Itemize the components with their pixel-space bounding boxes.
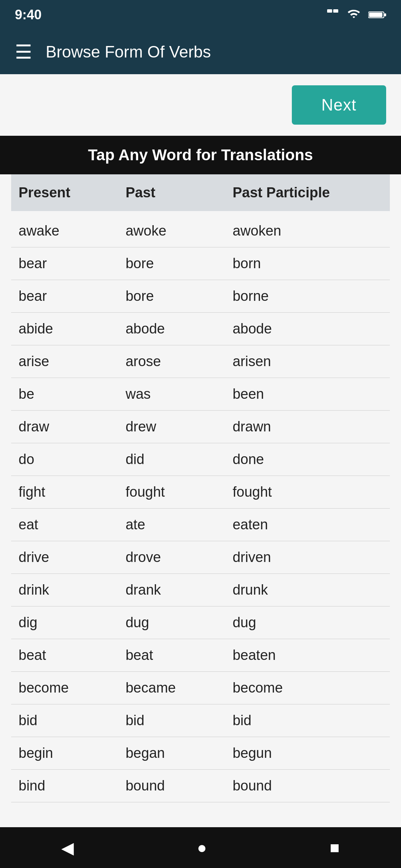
battery-icon (368, 9, 386, 20)
verb-present[interactable]: fight (19, 484, 125, 500)
verb-past-participle[interactable]: beaten (232, 647, 382, 663)
verb-past-participle[interactable]: bound (232, 778, 382, 794)
verb-past-participle[interactable]: borne (232, 288, 382, 304)
verb-present[interactable]: bind (19, 778, 125, 794)
table-row[interactable]: drivedrovedriven (11, 541, 390, 574)
verb-past[interactable]: fought (125, 484, 232, 500)
col-past: Past (125, 185, 232, 201)
svg-rect-0 (327, 9, 332, 13)
verb-past-participle[interactable]: drawn (232, 419, 382, 435)
verb-past-participle[interactable]: born (232, 256, 382, 272)
status-bar: 9:40 (0, 0, 401, 30)
table-row[interactable]: digdugdug (11, 606, 390, 639)
verb-past-participle[interactable]: bid (232, 713, 382, 729)
verb-past[interactable]: drew (125, 419, 232, 435)
verb-past[interactable]: drove (125, 549, 232, 565)
table-row[interactable]: drawdrewdrawn (11, 411, 390, 443)
verb-past-participle[interactable]: become (232, 680, 382, 696)
verb-past[interactable]: became (125, 680, 232, 696)
recent-button[interactable]: ■ (330, 838, 340, 857)
verb-past-participle[interactable]: awoken (232, 223, 382, 239)
verb-present[interactable]: begin (19, 745, 125, 761)
bottom-nav: ◀ ● ■ (0, 827, 401, 868)
app-bar: ☰ Browse Form Of Verbs (0, 30, 401, 74)
verb-present[interactable]: awake (19, 223, 125, 239)
svg-rect-1 (333, 9, 339, 13)
verb-present[interactable]: beat (19, 647, 125, 663)
verb-present[interactable]: bear (19, 256, 125, 272)
verb-past[interactable]: bound (125, 778, 232, 794)
verb-present[interactable]: become (19, 680, 125, 696)
table-row[interactable]: awakeawokeawoken (11, 215, 390, 247)
verb-present[interactable]: bear (19, 288, 125, 304)
verb-past[interactable]: bore (125, 288, 232, 304)
verb-past[interactable]: abode (125, 321, 232, 337)
verb-past[interactable]: was (125, 386, 232, 402)
verb-past[interactable]: drank (125, 582, 232, 598)
verb-present[interactable]: arise (19, 354, 125, 369)
verb-table-container: Present Past Past Participle awakeawokea… (0, 174, 401, 827)
svg-rect-3 (369, 13, 382, 17)
status-time: 9:40 (15, 7, 42, 23)
verb-past-participle[interactable]: abode (232, 321, 382, 337)
verb-present[interactable]: draw (19, 419, 125, 435)
verb-past-participle[interactable]: done (232, 451, 382, 467)
next-button-row: Next (0, 74, 401, 136)
verb-past[interactable]: bid (125, 713, 232, 729)
verb-past-participle[interactable]: arisen (232, 354, 382, 369)
next-button[interactable]: Next (292, 85, 386, 125)
table-row[interactable]: bearboreborne (11, 280, 390, 313)
table-row[interactable]: eatateeaten (11, 509, 390, 541)
verb-present[interactable]: eat (19, 517, 125, 533)
verb-past[interactable]: began (125, 745, 232, 761)
table-row[interactable]: bearboreborn (11, 247, 390, 280)
verb-past-participle[interactable]: begun (232, 745, 382, 761)
verb-present[interactable]: bid (19, 713, 125, 729)
verb-rows: awakeawokeawokenbearborebornbearboreborn… (11, 215, 390, 802)
table-row[interactable]: drinkdrankdrunk (11, 574, 390, 606)
verb-past[interactable]: awoke (125, 223, 232, 239)
table-row[interactable]: dodiddone (11, 443, 390, 476)
verb-past-participle[interactable]: fought (232, 484, 382, 500)
svg-rect-4 (384, 13, 386, 16)
table-row[interactable]: beatbeatbeaten (11, 639, 390, 672)
verb-past[interactable]: bore (125, 256, 232, 272)
verb-present[interactable]: abide (19, 321, 125, 337)
table-row[interactable]: beginbeganbegun (11, 737, 390, 770)
table-row[interactable]: arisearosearisen (11, 345, 390, 378)
verb-present[interactable]: drink (19, 582, 125, 598)
col-past-participle: Past Participle (232, 185, 382, 201)
verb-past-participle[interactable]: eaten (232, 517, 382, 533)
verb-present[interactable]: drive (19, 549, 125, 565)
verb-past-participle[interactable]: been (232, 386, 382, 402)
home-button[interactable]: ● (197, 838, 207, 857)
status-icons (326, 8, 386, 22)
instruction-banner: Tap Any Word for Translations (0, 136, 401, 174)
verb-present[interactable]: dig (19, 615, 125, 631)
table-row[interactable]: fightfoughtfought (11, 476, 390, 509)
wifi-icon (346, 8, 362, 22)
col-present: Present (19, 185, 125, 201)
table-row[interactable]: abideabodeabode (11, 313, 390, 345)
table-row[interactable]: bewasbeen (11, 378, 390, 411)
table-row[interactable]: becomebecamebecome (11, 672, 390, 704)
sim-icon (326, 8, 339, 22)
table-header: Present Past Past Participle (11, 174, 390, 211)
verb-present[interactable]: do (19, 451, 125, 467)
page-title: Browse Form Of Verbs (46, 43, 211, 61)
verb-past[interactable]: dug (125, 615, 232, 631)
verb-past[interactable]: arose (125, 354, 232, 369)
menu-icon[interactable]: ☰ (15, 42, 32, 62)
verb-past-participle[interactable]: driven (232, 549, 382, 565)
verb-past-participle[interactable]: dug (232, 615, 382, 631)
verb-present[interactable]: be (19, 386, 125, 402)
table-row[interactable]: bindboundbound (11, 770, 390, 802)
verb-past[interactable]: did (125, 451, 232, 467)
table-row[interactable]: bidbidbid (11, 704, 390, 737)
verb-past-participle[interactable]: drunk (232, 582, 382, 598)
verb-past[interactable]: ate (125, 517, 232, 533)
verb-past[interactable]: beat (125, 647, 232, 663)
back-button[interactable]: ◀ (61, 838, 74, 857)
